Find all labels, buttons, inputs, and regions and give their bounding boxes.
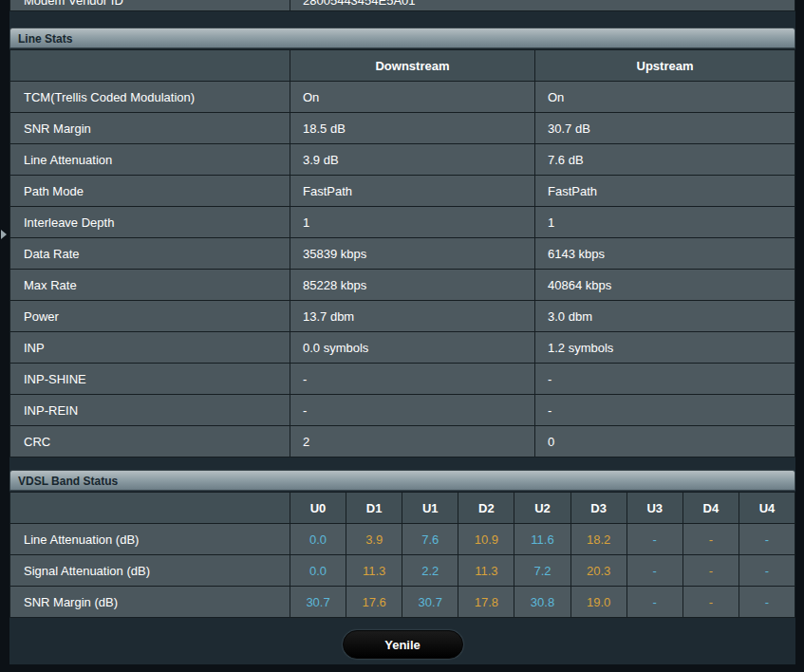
upstream-value: 40864 kbps: [535, 270, 795, 301]
band-value-d4: -: [682, 555, 739, 587]
upstream-value: FastPath: [535, 176, 795, 207]
col-header-d1: D1: [346, 493, 402, 524]
band-value-d3: 20.3: [570, 555, 626, 587]
row-label: Line Attenuation: [10, 144, 290, 176]
band-value-d1: 17.6: [346, 587, 402, 618]
table-row: CRC 2 0: [10, 426, 795, 457]
table-row: Max Rate 85228 kbps 40864 kbps: [10, 270, 795, 301]
table-row: SNR Margin (dB) 30.7 17.6 30.7 17.8 30.8…: [10, 587, 795, 618]
col-header-d4: D4: [682, 493, 739, 524]
table-row: Interleave Depth 1 1: [10, 207, 795, 238]
upstream-value: -: [535, 364, 795, 395]
band-value-u2: 7.2: [514, 555, 570, 587]
vdsl-band-status-section: VDSL Band Status U0 D1 U1 D2 U2 D3 U3 D4…: [9, 470, 795, 618]
band-value-d2: 10.9: [458, 524, 514, 555]
table-row: TCM(Trellis Coded Modulation) On On: [10, 82, 795, 113]
band-value-u4: -: [739, 555, 795, 587]
upstream-value: 3.0 dbm: [535, 301, 795, 332]
row-label: Signal Attenuation (dB): [10, 555, 290, 587]
row-label: Max Rate: [10, 270, 290, 301]
col-header-d2: D2: [458, 493, 514, 524]
downstream-value: 35839 kbps: [290, 238, 535, 270]
col-header-upstream: Upstream: [535, 50, 795, 82]
upstream-value: On: [535, 82, 795, 113]
col-header-u3: U3: [626, 493, 682, 524]
upstream-value: 30.7 dB: [535, 113, 795, 144]
line-stats-section: Line Stats Downstream Upstream TCM(Trell…: [9, 28, 795, 457]
table-row: Signal Attenuation (dB) 0.0 11.3 2.2 11.…: [10, 555, 795, 587]
band-value-u1: 30.7: [402, 587, 458, 618]
button-row: Yenile: [9, 630, 795, 659]
sidebar-collapse-arrow-icon[interactable]: [1, 230, 7, 239]
band-value-u2: 30.8: [514, 587, 570, 618]
upstream-value: 6143 kbps: [535, 238, 795, 270]
band-value-u3: -: [626, 587, 682, 618]
line-stats-table: Downstream Upstream TCM(Trellis Coded Mo…: [9, 49, 795, 457]
corner-cell: [10, 50, 290, 82]
upstream-value: 1: [535, 207, 795, 238]
col-header-u1: U1: [402, 493, 458, 524]
dsl-status-panel: Modem Vendor ID 28005443454E5A01 Line St…: [9, 0, 795, 664]
col-header-d3: D3: [570, 493, 626, 524]
band-value-u1: 7.6: [402, 524, 458, 555]
band-value-d1: 11.3: [346, 555, 402, 587]
row-label: SNR Margin: [10, 113, 290, 144]
downstream-value: 13.7 dbm: [290, 301, 535, 332]
downstream-value: 18.5 dB: [290, 113, 535, 144]
downstream-value: -: [290, 395, 535, 426]
band-value-d4: -: [682, 524, 739, 555]
table-row: Path Mode FastPath FastPath: [10, 176, 795, 207]
upstream-value: 7.6 dB: [535, 144, 795, 176]
band-value-d4: -: [682, 587, 739, 618]
downstream-value: 85228 kbps: [290, 270, 535, 301]
upstream-value: 1.2 symbols: [535, 332, 795, 364]
col-header-u4: U4: [739, 493, 795, 524]
downstream-value: 0.0 symbols: [290, 332, 535, 364]
corner-cell: [10, 493, 290, 524]
band-value-u2: 11.6: [514, 524, 570, 555]
band-value-u4: -: [739, 524, 795, 555]
col-header-u0: U0: [290, 493, 346, 524]
line-stats-header-row: Downstream Upstream: [10, 50, 795, 82]
band-header-row: U0 D1 U1 D2 U2 D3 U3 D4 U4: [10, 493, 795, 524]
table-row: Line Attenuation 3.9 dB 7.6 dB: [10, 144, 795, 176]
upstream-value: 0: [535, 426, 795, 457]
downstream-value: FastPath: [290, 176, 535, 207]
downstream-value: 1: [290, 207, 535, 238]
upstream-value: -: [535, 395, 795, 426]
downstream-value: -: [290, 364, 535, 395]
band-value-d3: 18.2: [570, 524, 626, 555]
table-row: Data Rate 35839 kbps 6143 kbps: [10, 238, 795, 270]
band-value-u3: -: [626, 555, 682, 587]
col-header-u2: U2: [514, 493, 570, 524]
table-row: INP-REIN - -: [10, 395, 795, 426]
table-row: INP 0.0 symbols 1.2 symbols: [10, 332, 795, 364]
row-label: Interleave Depth: [10, 207, 290, 238]
band-value-u1: 2.2: [402, 555, 458, 587]
refresh-button[interactable]: Yenile: [343, 630, 463, 659]
table-row: Power 13.7 dbm 3.0 dbm: [10, 301, 795, 332]
modem-vendor-label: Modem Vendor ID: [9, 0, 290, 11]
row-label: SNR Margin (dB): [10, 587, 290, 618]
table-row: Line Attenuation (dB) 0.0 3.9 7.6 10.9 1…: [10, 524, 795, 555]
band-value-d3: 19.0: [570, 587, 626, 618]
band-value-u0: 0.0: [290, 524, 346, 555]
band-value-d1: 3.9: [346, 524, 402, 555]
band-value-u3: -: [626, 524, 682, 555]
line-stats-title: Line Stats: [9, 28, 795, 48]
row-label: TCM(Trellis Coded Modulation): [10, 82, 290, 113]
vdsl-band-status-title: VDSL Band Status: [9, 470, 795, 491]
row-label: INP: [10, 332, 290, 364]
downstream-value: 2: [290, 426, 535, 457]
band-value-d2: 11.3: [458, 555, 514, 587]
row-label: CRC: [10, 426, 290, 457]
modem-vendor-value: 28005443454E5A01: [290, 0, 795, 11]
band-value-d2: 17.8: [458, 587, 514, 618]
row-label: Power: [10, 301, 290, 332]
band-value-u0: 30.7: [290, 587, 346, 618]
band-value-u0: 0.0: [290, 555, 346, 587]
col-header-downstream: Downstream: [290, 50, 535, 82]
downstream-value: On: [290, 82, 535, 113]
table-row: INP-SHINE - -: [10, 364, 795, 395]
table-row: SNR Margin 18.5 dB 30.7 dB: [10, 113, 795, 144]
